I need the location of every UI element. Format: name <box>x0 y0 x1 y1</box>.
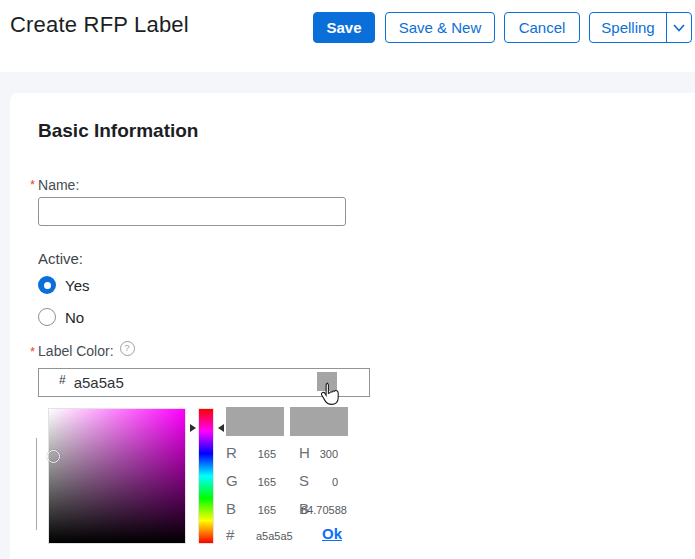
saturation-brightness-square[interactable] <box>48 408 186 544</box>
r-label: R <box>226 444 237 461</box>
page-title: Create RFP Label <box>10 12 189 38</box>
cancel-button[interactable]: Cancel <box>504 12 580 43</box>
basic-information-panel: Basic Information * Name: Active: Yes No… <box>10 93 695 559</box>
picker-hex-value[interactable]: a5a5a5 <box>256 530 293 542</box>
section-title: Basic Information <box>38 120 198 142</box>
label-color-field-label: * Label Color: ? <box>30 343 135 359</box>
required-asterisk: * <box>30 344 35 359</box>
save-and-new-button-label: Save & New <box>399 19 482 36</box>
label-color-label-text: Label Color: <box>38 343 114 359</box>
cancel-button-label: Cancel <box>519 19 566 36</box>
name-input[interactable] <box>38 197 346 226</box>
no-radio-label: No <box>65 309 84 326</box>
save-button-label: Save <box>326 19 361 36</box>
h-value[interactable]: 300 <box>302 448 338 460</box>
name-field-label: * Name: <box>30 177 79 193</box>
spelling-button[interactable]: Spelling <box>589 12 692 43</box>
radio-selected-icon[interactable] <box>38 276 56 294</box>
s-value[interactable]: 0 <box>302 476 338 488</box>
g-value[interactable]: 165 <box>240 476 276 488</box>
hue-slider[interactable] <box>198 408 214 544</box>
r-value[interactable]: 165 <box>240 448 276 460</box>
help-icon[interactable]: ? <box>120 341 135 356</box>
g-label: G <box>226 472 238 489</box>
name-label-text: Name: <box>38 177 79 193</box>
active-field-label: Active: <box>38 250 83 267</box>
color-picker-left-border <box>36 438 37 530</box>
active-yes-radio[interactable]: Yes <box>38 276 89 294</box>
b-value-label: B <box>226 500 236 517</box>
brightness-value[interactable]: 64.70588 <box>301 504 347 516</box>
ok-link[interactable]: Ok <box>322 525 342 542</box>
spelling-button-label: Spelling <box>590 19 666 36</box>
hex-prefix: # <box>59 373 66 387</box>
label-color-value[interactable]: a5a5a5 <box>74 374 124 391</box>
active-no-radio[interactable]: No <box>38 308 84 326</box>
radio-unselected-icon[interactable] <box>38 308 56 326</box>
chevron-down-icon[interactable] <box>667 24 691 32</box>
hue-arrow-right-icon[interactable] <box>218 424 224 432</box>
new-color-swatch <box>290 407 348 436</box>
hue-arrow-left-icon[interactable] <box>190 424 196 432</box>
picker-hex-label: # <box>226 526 234 543</box>
required-asterisk: * <box>30 177 35 192</box>
current-color-swatch <box>226 407 284 436</box>
yes-radio-label: Yes <box>65 277 89 294</box>
save-button[interactable]: Save <box>313 12 375 43</box>
create-rfp-label-page: Create RFP Label Save Save & New Cancel … <box>0 0 695 559</box>
save-and-new-button[interactable]: Save & New <box>385 12 495 43</box>
saturation-marker-icon[interactable] <box>47 450 60 463</box>
b-value[interactable]: 165 <box>240 504 276 516</box>
color-swatch-button[interactable] <box>317 372 337 391</box>
